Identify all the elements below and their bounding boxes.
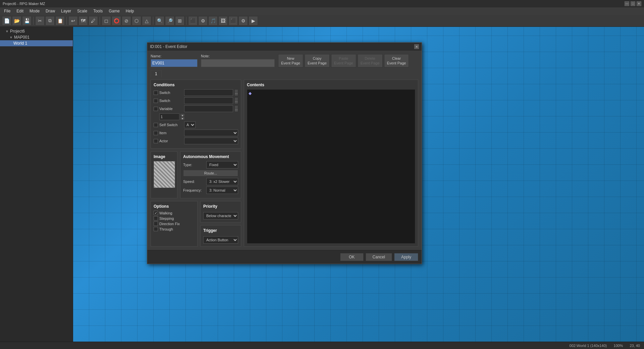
draw1-button[interactable]: ◻: [102, 16, 111, 26]
draw4-button[interactable]: ⬡: [132, 16, 141, 26]
menu-scale[interactable]: Scale: [74, 8, 90, 14]
switch2-row: Switch ...: [154, 97, 238, 104]
conditions-title: Conditions: [154, 83, 238, 87]
note-group: Note:: [201, 54, 275, 67]
menu-tools[interactable]: Tools: [91, 8, 105, 14]
menu-game[interactable]: Game: [106, 8, 122, 14]
open-button[interactable]: 📂: [12, 16, 21, 26]
route-button[interactable]: Route...: [183, 170, 238, 177]
layer-button[interactable]: ⬛: [188, 16, 198, 26]
item-checkbox[interactable]: [154, 131, 158, 135]
new-event-page-button[interactable]: New Event Page: [278, 54, 303, 67]
app-title: Project6 - RPG Maker MZ: [3, 2, 45, 6]
cut-button[interactable]: ✂: [35, 16, 45, 26]
menu-layer[interactable]: Layer: [58, 8, 74, 14]
apply-button[interactable]: Apply: [394, 253, 418, 261]
tool8-button[interactable]: ⬛: [228, 16, 238, 26]
direction-fix-checkbox[interactable]: [154, 221, 158, 226]
spinner-down[interactable]: ▼: [180, 117, 185, 120]
tool7-button[interactable]: 🖼: [218, 16, 228, 26]
cancel-button[interactable]: Cancel: [366, 253, 392, 261]
priority-trigger-col: Priority Below characters Same as charac…: [200, 201, 241, 247]
contents-title: Contents: [247, 83, 415, 87]
toolbar-sep-5: [186, 17, 186, 25]
page-buttons: New Event Page Copy Event Page Paste Eve…: [278, 54, 418, 67]
note-input[interactable]: [201, 59, 275, 67]
maximize-button[interactable]: □: [631, 1, 635, 6]
walking-checkbox[interactable]: [154, 211, 158, 215]
switch1-checkbox[interactable]: [154, 91, 158, 95]
contents-area[interactable]: ◆: [247, 89, 415, 244]
clear-event-page-button[interactable]: Clear Event Page: [384, 54, 409, 67]
save-button[interactable]: 💾: [22, 16, 32, 26]
spinner-up[interactable]: ▲: [180, 113, 185, 117]
map-button[interactable]: 🗺: [78, 16, 88, 26]
actor-select[interactable]: [184, 138, 238, 144]
menu-help[interactable]: Help: [123, 8, 137, 14]
variable-btn[interactable]: ...: [234, 105, 238, 112]
zoom-level: 100%: [613, 344, 623, 348]
draw5-button[interactable]: △: [142, 16, 151, 26]
canvas-area[interactable]: ID:001 - Event Editor ✕ Name: Note:: [73, 27, 644, 342]
image-preview[interactable]: [154, 161, 175, 188]
switch2-input[interactable]: [184, 97, 233, 104]
menu-mode[interactable]: Mode: [27, 8, 42, 14]
sidebar-item-project[interactable]: ▼ Project6: [0, 28, 73, 34]
actor-checkbox[interactable]: [154, 139, 158, 143]
sidebar-project-label: Project6: [10, 29, 25, 34]
zoom-out-button[interactable]: 🔎: [165, 16, 174, 26]
variable-spinner[interactable]: [159, 113, 179, 120]
type-select[interactable]: Fixed Random Approach Custom: [206, 161, 238, 168]
dialog-close-button[interactable]: ✕: [414, 44, 419, 49]
copy-event-page-button[interactable]: Copy Event Page: [305, 54, 330, 67]
menu-edit[interactable]: Edit: [14, 8, 26, 14]
titlebar: Project6 - RPG Maker MZ — □ ✕: [0, 0, 644, 7]
undo-button[interactable]: ↩: [68, 16, 78, 26]
stepping-checkbox[interactable]: [154, 216, 158, 220]
through-row: Through: [154, 227, 195, 231]
frequency-select[interactable]: 3: Normal: [206, 187, 238, 194]
draw3-button[interactable]: ⊘: [122, 16, 131, 26]
zoom-fit-button[interactable]: ⊞: [175, 16, 184, 26]
pencil-button[interactable]: 🖊: [89, 16, 98, 26]
item-select[interactable]: [184, 130, 238, 136]
tool6-button[interactable]: 🎵: [208, 16, 218, 26]
through-checkbox[interactable]: [154, 227, 158, 231]
trigger-section: Trigger Action Button Player Touch Event…: [200, 225, 241, 247]
sidebar-item-world1[interactable]: World 1: [0, 40, 73, 46]
type-row: Type: Fixed Random Approach Custom: [183, 161, 238, 168]
self-switch-select[interactable]: A B C D: [184, 121, 196, 128]
trigger-select[interactable]: Action Button Player Touch Event Touch A…: [203, 236, 238, 244]
new-project-button[interactable]: 📄: [2, 16, 11, 26]
menu-file[interactable]: File: [1, 8, 13, 14]
switch2-btn[interactable]: ...: [234, 97, 238, 104]
menu-draw[interactable]: Draw: [43, 8, 58, 14]
delete-event-page-button[interactable]: Delete Event Page: [358, 54, 383, 67]
switch1-input[interactable]: [184, 89, 233, 96]
paste-event-page-button[interactable]: Paste Event Page: [331, 54, 356, 67]
speed-select[interactable]: 3: x2 Slower: [206, 178, 238, 185]
name-input[interactable]: [151, 59, 198, 67]
tool10-button[interactable]: ▶: [249, 16, 258, 26]
ok-button[interactable]: OK: [340, 253, 364, 261]
priority-select[interactable]: Below characters Same as characters Abov…: [203, 212, 238, 219]
draw2-button[interactable]: ⭕: [112, 16, 121, 26]
event-button[interactable]: ⚙: [198, 16, 208, 26]
switch2-checkbox[interactable]: [154, 99, 158, 103]
page-tab-1[interactable]: 1: [151, 70, 162, 78]
actor-row: Actor: [154, 138, 238, 144]
paste-button[interactable]: 📋: [55, 16, 65, 26]
self-switch-checkbox[interactable]: [154, 123, 158, 127]
variable-checkbox[interactable]: [154, 107, 158, 111]
close-button[interactable]: ✕: [637, 1, 641, 6]
autonomous-movement-section: Autonomous Movement Type: Fixed Random A…: [180, 151, 241, 198]
page-tabs: 1: [151, 70, 418, 78]
zoom-in-button[interactable]: 🔍: [155, 16, 164, 26]
variable-input[interactable]: [184, 105, 233, 112]
sidebar-item-map001[interactable]: ▼ MAP001: [0, 34, 73, 40]
minimize-button[interactable]: —: [625, 1, 629, 6]
copy-button[interactable]: ⧉: [45, 16, 55, 26]
frequency-row: Frequency: 3: Normal: [183, 187, 238, 194]
tool9-button[interactable]: ⚙: [238, 16, 248, 26]
switch1-btn[interactable]: ...: [234, 89, 238, 96]
